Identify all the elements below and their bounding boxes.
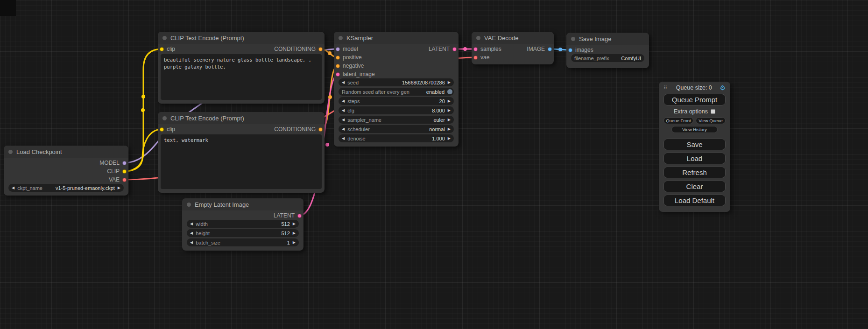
widget-name: cfg: [347, 108, 354, 113]
input-slot-latent-image: latent_image: [334, 70, 459, 78]
input-dot-samples[interactable]: [473, 47, 478, 51]
arrow-right-icon[interactable]: ▶: [448, 109, 451, 112]
arrow-left-icon[interactable]: ◀: [342, 109, 345, 112]
output-label: CONDITIONING: [274, 126, 316, 133]
arrow-right-icon[interactable]: ▶: [118, 186, 120, 190]
output-label: VAE: [109, 176, 120, 183]
input-dot-model[interactable]: [336, 47, 340, 51]
input-slot-negative: negative: [334, 62, 459, 70]
toggle-knob[interactable]: [447, 89, 452, 94]
input-dot-positive[interactable]: [336, 56, 340, 60]
widget-name: scheduler: [347, 126, 370, 132]
widget-steps[interactable]: ◀ steps 20 ▶: [339, 97, 454, 105]
node-clip-text-encode-positive[interactable]: CLIP Text Encode (Prompt) clip CONDITION…: [158, 32, 325, 104]
input-dot-images[interactable]: [568, 48, 572, 52]
arrow-left-icon[interactable]: ◀: [342, 127, 345, 131]
widget-filename-prefix[interactable]: filename_prefix ComfyUI: [571, 54, 644, 62]
widget-name: height: [196, 231, 210, 236]
arrow-right-icon[interactable]: ▶: [293, 231, 296, 235]
widget-denoise[interactable]: ◀ denoise 1.000 ▶: [339, 134, 454, 142]
save-button[interactable]: Save: [663, 139, 726, 150]
node-title-bar[interactable]: Empty Latent Image: [182, 198, 303, 210]
collapse-dot-icon[interactable]: [339, 36, 343, 40]
arrow-right-icon[interactable]: ▶: [448, 127, 451, 131]
refresh-button[interactable]: Refresh: [663, 167, 726, 178]
node-title: CLIP Text Encode (Prompt): [170, 35, 244, 42]
arrow-right-icon[interactable]: ▶: [448, 99, 451, 103]
widget-batch-size[interactable]: ◀ batch_size 1 ▶: [187, 238, 299, 246]
output-dot-image[interactable]: [548, 47, 552, 51]
collapse-dot-icon[interactable]: [476, 36, 480, 40]
arrow-right-icon[interactable]: ▶: [448, 137, 451, 140]
node-title-bar[interactable]: KSampler: [334, 32, 459, 44]
output-dot-conditioning[interactable]: [318, 47, 323, 51]
arrow-left-icon[interactable]: ◀: [190, 241, 193, 245]
view-queue-button[interactable]: View Queue: [696, 117, 726, 124]
input-slot-model: model: [336, 46, 358, 52]
widget-sampler-name[interactable]: ◀ sampler_name euler ▶: [339, 116, 454, 124]
queue-front-button[interactable]: Queue Front: [663, 117, 693, 124]
arrow-right-icon[interactable]: ▶: [448, 81, 451, 84]
extra-options-checkbox[interactable]: [711, 109, 715, 114]
widget-ckpt-name[interactable]: ◀ ckpt_name v1-5-pruned-emaonly.ckpt ▶: [8, 184, 124, 192]
queue-prompt-button[interactable]: Queue Prompt: [663, 94, 726, 105]
output-dot-model[interactable]: [122, 161, 127, 165]
widget-seed[interactable]: ◀ seed 156680208700286 ▶: [339, 78, 454, 86]
view-history-button[interactable]: View History: [671, 126, 717, 133]
input-dot-negative[interactable]: [336, 64, 340, 68]
input-dot-vae[interactable]: [473, 56, 478, 60]
drag-handle-icon[interactable]: ⠿: [663, 85, 667, 91]
widget-name: Random seed after every gen: [342, 89, 409, 95]
collapse-dot-icon[interactable]: [162, 116, 167, 120]
arrow-left-icon[interactable]: ◀: [342, 99, 345, 103]
node-vae-decode[interactable]: VAE Decode samples IMAGE vae: [472, 32, 554, 64]
output-dot-vae[interactable]: [122, 178, 127, 182]
load-default-button[interactable]: Load Default: [663, 195, 726, 206]
arrow-left-icon[interactable]: ◀: [342, 81, 345, 84]
input-dot-latent-image[interactable]: [336, 72, 340, 77]
arrow-right-icon[interactable]: ▶: [448, 118, 451, 122]
arrow-left-icon[interactable]: ◀: [12, 186, 14, 190]
link-dot-latent: [325, 143, 329, 147]
node-title-bar[interactable]: Load Checkpoint: [4, 146, 128, 158]
collapse-dot-icon[interactable]: [187, 203, 191, 207]
node-load-checkpoint[interactable]: Load Checkpoint MODEL CLIP VAE ◀ ckpt_na…: [4, 146, 128, 196]
output-dot-latent[interactable]: [452, 47, 457, 51]
widget-scheduler[interactable]: ◀ scheduler normal ▶: [339, 125, 454, 133]
widget-cfg[interactable]: ◀ cfg 8.000 ▶: [339, 106, 454, 114]
output-label: MODEL: [99, 160, 120, 166]
clear-button[interactable]: Clear: [663, 181, 726, 192]
output-dot-latent[interactable]: [297, 214, 302, 218]
load-button[interactable]: Load: [663, 153, 726, 164]
node-title-bar[interactable]: VAE Decode: [472, 32, 554, 44]
arrow-left-icon[interactable]: ◀: [342, 118, 345, 122]
collapse-dot-icon[interactable]: [162, 36, 167, 40]
node-title-bar[interactable]: Save Image: [566, 33, 649, 45]
output-slot-latent: LATENT: [429, 46, 457, 52]
output-dot-clip[interactable]: [122, 169, 127, 174]
arrow-left-icon[interactable]: ◀: [342, 137, 345, 140]
node-ksampler[interactable]: KSampler model LATENT positive negative …: [334, 32, 459, 147]
node-clip-text-encode-negative[interactable]: CLIP Text Encode (Prompt) clip CONDITION…: [158, 112, 325, 193]
arrow-left-icon[interactable]: ◀: [190, 231, 193, 235]
widget-random-seed[interactable]: Random seed after every gen enabled: [339, 88, 454, 96]
widget-height[interactable]: ◀ height 512 ▶: [187, 229, 299, 237]
output-label: CONDITIONING: [274, 46, 316, 52]
prompt-text-area[interactable]: text, watermark: [161, 134, 322, 189]
widget-width[interactable]: ◀ width 512 ▶: [187, 220, 299, 228]
collapse-dot-icon[interactable]: [571, 37, 575, 41]
node-empty-latent-image[interactable]: Empty Latent Image LATENT ◀ width 512 ▶ …: [182, 198, 303, 251]
input-slot-clip: clip: [160, 126, 175, 133]
node-title-bar[interactable]: CLIP Text Encode (Prompt): [158, 32, 325, 44]
input-dot-clip[interactable]: [160, 127, 164, 132]
node-save-image[interactable]: Save Image images filename_prefix ComfyU…: [566, 33, 649, 68]
input-dot-clip[interactable]: [160, 47, 164, 51]
arrow-right-icon[interactable]: ▶: [293, 222, 296, 226]
arrow-left-icon[interactable]: ◀: [190, 222, 193, 226]
arrow-right-icon[interactable]: ▶: [293, 241, 296, 245]
output-dot-conditioning[interactable]: [318, 127, 323, 132]
prompt-text-area[interactable]: beautiful scenery nature glass bottle la…: [161, 54, 322, 100]
collapse-dot-icon[interactable]: [8, 150, 13, 154]
node-title-bar[interactable]: CLIP Text Encode (Prompt): [158, 112, 325, 124]
settings-gear-icon[interactable]: ⚙: [720, 84, 726, 91]
